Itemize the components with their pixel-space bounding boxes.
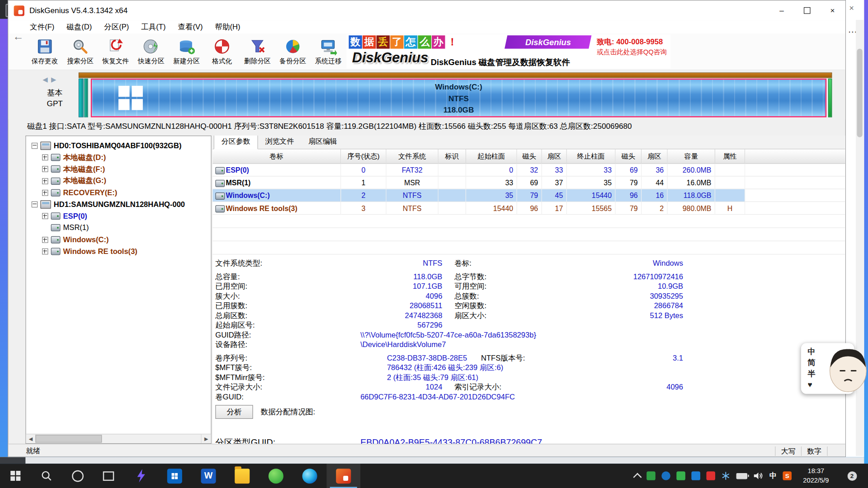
collapse-icon[interactable] — [32, 143, 38, 149]
tray-green-square-icon[interactable] — [676, 471, 685, 480]
partition-block-esp[interactable] — [79, 79, 84, 117]
toolbar-button-new-partition[interactable]: 新建分区 — [169, 34, 204, 69]
system-tray: 中 S 18:37 2022/5/9 2 — [634, 466, 868, 486]
tab-partition-parameters[interactable]: 分区参数 — [214, 136, 258, 150]
partition-row-windows-re[interactable]: Windows RE tools(3) 3 NTFS 15440 96 17 1… — [212, 202, 845, 215]
toolbar-button-quick-partition[interactable]: 快速分区 — [133, 34, 169, 69]
tray-shield-icon[interactable] — [646, 471, 656, 480]
tray-blue-circle-icon[interactable] — [661, 471, 670, 480]
start-button[interactable] — [0, 464, 31, 488]
menu-item-disk[interactable]: 磁盘(D) — [61, 22, 98, 32]
menu-item-tools[interactable]: 工具(T) — [135, 22, 172, 32]
partition-icon — [51, 224, 61, 231]
analyze-button[interactable]: 分析 — [215, 405, 253, 419]
nav-left-icon[interactable]: ◀ — [42, 76, 51, 84]
tray-expand-icon[interactable] — [633, 473, 642, 481]
taskbar-search-button[interactable] — [31, 464, 62, 488]
taskbar-clock[interactable]: 18:37 2022/5/9 — [797, 466, 834, 486]
partition-row-windows-c[interactable]: Windows(C:) 2 NTFS 35 79 45 15440 96 16 … — [212, 189, 845, 202]
taskbar-app-bolt[interactable] — [124, 464, 158, 488]
quick-partition-icon — [142, 38, 160, 55]
nav-right-icon[interactable]: ▶ — [51, 76, 60, 84]
menubar: 文件(F) 磁盘(D) 分区(P) 工具(T) 查看(V) 帮助(H) — [8, 20, 845, 33]
taskbar-app-word[interactable]: W — [192, 464, 226, 488]
menu-item-partition[interactable]: 分区(P) — [98, 22, 135, 32]
tree-item-msr[interactable]: MSR(1) — [26, 222, 211, 234]
menu-item-help[interactable]: 帮助(H) — [209, 22, 246, 32]
minimize-button[interactable]: – — [769, 0, 794, 20]
expand-icon[interactable] — [42, 155, 48, 160]
taskbar-app-store[interactable] — [158, 464, 192, 488]
scrollbar-thumb[interactable] — [35, 435, 102, 442]
expand-icon[interactable] — [42, 190, 48, 196]
expand-icon[interactable] — [42, 237, 48, 243]
menu-item-file[interactable]: 文件(F) — [24, 22, 61, 32]
tab-browse-files[interactable]: 浏览文件 — [258, 136, 302, 149]
partition-icon — [51, 189, 61, 197]
scroll-left-icon[interactable]: ◀ — [26, 434, 36, 443]
snowflake-icon[interactable] — [722, 471, 731, 480]
partition-block-msr[interactable] — [84, 79, 88, 117]
tree-item-windows-re[interactable]: Windows RE tools(3) — [26, 245, 211, 257]
taskbar-app-diskgenius[interactable] — [326, 464, 360, 488]
action-center-button[interactable]: 2 — [840, 471, 863, 481]
expand-icon[interactable] — [42, 249, 48, 254]
battery-icon[interactable] — [736, 473, 747, 479]
tab-sector-edit[interactable]: 扇区编辑 — [301, 136, 344, 149]
partition-block-windows-c[interactable]: Windows(C:) NTFS 118.0GB — [91, 79, 826, 117]
tree-item-local-f[interactable]: 本地磁盘(F:) — [26, 164, 211, 175]
ad-qq-link[interactable]: 或点击此处选择QQ咨询 — [597, 47, 667, 57]
partition-row-esp[interactable]: ESP(0) 0 FAT32 0 32 33 33 69 36 260.0MB — [212, 164, 845, 176]
detail-row: 卷GUID:66D9C7F6-8231-4D34-AD67-201D26DC94… — [215, 392, 683, 402]
background-corner — [0, 457, 25, 464]
tray-blue-square-icon[interactable] — [691, 471, 700, 480]
collapse-icon[interactable] — [32, 202, 38, 207]
tree-item-local-g[interactable]: 本地磁盘(G:) — [26, 175, 211, 187]
input-language-indicator[interactable]: 中 — [769, 471, 777, 481]
tree-item-hd1[interactable]: HD1:SAMSUNGMZNLN128HAHQ-000 — [26, 199, 211, 211]
scroll-right-icon[interactable]: ▶ — [201, 434, 211, 443]
background-close-icon[interactable]: × — [849, 3, 854, 13]
tree-item-local-d[interactable]: 本地磁盘(D:) — [26, 152, 211, 164]
menu-item-view[interactable]: 查看(V) — [172, 22, 209, 32]
tree-item-windows-c[interactable]: Windows(C:) — [26, 234, 211, 245]
maximize-button[interactable] — [794, 0, 820, 20]
disk-band[interactable] — [79, 72, 832, 78]
volume-icon[interactable] — [754, 471, 764, 480]
partition-icon — [51, 178, 61, 185]
partition-block-re-tools[interactable] — [828, 79, 832, 117]
ad-ribbon: DiskGenius — [505, 35, 591, 48]
close-button[interactable]: × — [820, 0, 845, 20]
partition-row-msr[interactable]: MSR(1) 1 MSR 33 69 37 35 79 44 16.0MB — [212, 177, 845, 189]
task-view-button[interactable] — [93, 464, 124, 488]
status-ready: 就绪 — [26, 446, 41, 456]
toolbar-button-format[interactable]: 格式化 — [204, 34, 240, 69]
back-arrow-icon[interactable]: ← — [13, 30, 24, 43]
toolbar-button-save-changes[interactable]: 保存更改 — [27, 34, 62, 69]
ad-banner[interactable]: 数 据 丢 了 怎 么 办 ！ DiskGenius DiskGenius 致电… — [347, 34, 670, 69]
partition-icon — [51, 166, 61, 173]
sogou-ime-icon[interactable]: S — [783, 471, 792, 480]
toolbar-button-delete-partition[interactable]: 删除分区 — [240, 34, 275, 69]
toolbar-button-system-migration[interactable]: 系统迁移 — [311, 34, 346, 69]
taskbar-app-antivirus[interactable] — [259, 464, 293, 488]
partition-icon — [215, 167, 225, 174]
table-empty-row — [212, 241, 845, 254]
taskbar-app-edge[interactable] — [293, 464, 327, 488]
taskbar-app-file-explorer[interactable] — [225, 464, 259, 488]
expand-icon[interactable] — [42, 178, 48, 184]
tree-item-recovery-e[interactable]: RECOVERY(E:) — [26, 187, 211, 199]
cortana-button[interactable] — [62, 464, 93, 488]
expand-icon[interactable] — [42, 213, 48, 219]
tree-horizontal-scrollbar[interactable]: ◀ ▶ — [26, 434, 211, 443]
toolbar-button-recover-files[interactable]: 恢复文件 — [98, 34, 133, 69]
tree-item-hd0[interactable]: HD0:TOSHIBAMQ04ABF100(932GB) — [26, 140, 211, 152]
expand-icon[interactable] — [42, 166, 48, 172]
tray-red-square-icon[interactable] — [706, 471, 715, 480]
tree-item-esp[interactable]: ESP(0) — [26, 210, 211, 222]
toolbar-button-search-partition[interactable]: 搜索分区 — [62, 34, 98, 69]
scrollbar-thumb[interactable] — [857, 49, 863, 137]
taskbar: W 中 S 18:37 2022/5/9 2 — [0, 464, 868, 488]
overview-nav-arrows[interactable]: ◀▶ — [42, 76, 59, 84]
toolbar-button-backup-partition[interactable]: 备份分区 — [275, 34, 311, 69]
